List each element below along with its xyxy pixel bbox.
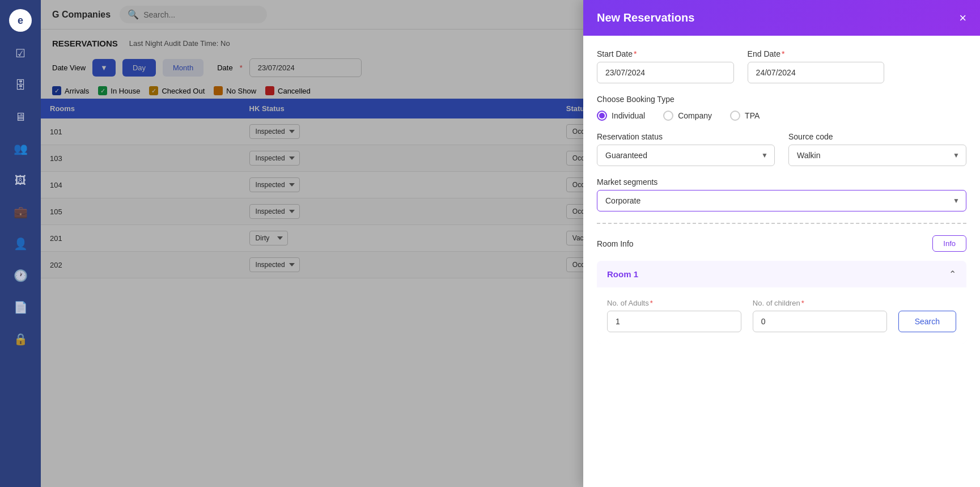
adults-field: No. of Adults* bbox=[607, 299, 741, 332]
sidebar: e ☑ 🗄 🖥 👥 🖼 💼 👤 🕐 📄 🔒 bbox=[0, 0, 41, 487]
modal-header: New Reservations × bbox=[583, 0, 980, 36]
start-date-group: Start Date* bbox=[597, 49, 734, 83]
room-card-title: Room 1 bbox=[607, 269, 638, 279]
info-button[interactable]: Info bbox=[932, 235, 966, 252]
radio-company[interactable]: Company bbox=[663, 111, 712, 121]
reservation-status-group: Reservation status Guaranteed Tentative … bbox=[597, 132, 775, 166]
radio-individual-circle bbox=[597, 111, 607, 121]
modal-title: New Reservations bbox=[597, 11, 694, 24]
radio-individual[interactable]: Individual bbox=[597, 111, 645, 121]
sidebar-icon-image[interactable]: 🖼 bbox=[10, 170, 31, 190]
booking-type-radio-group: Individual Company TPA bbox=[597, 111, 966, 121]
market-segments-label: Market segments bbox=[597, 177, 966, 187]
end-date-label: End Date* bbox=[748, 49, 885, 58]
booking-type-label: Choose Booking Type bbox=[597, 95, 966, 104]
new-reservations-modal: New Reservations × Start Date* End Date*… bbox=[583, 0, 980, 487]
source-code-select[interactable]: Walkin Online Phone bbox=[788, 145, 966, 166]
sidebar-icon-user[interactable]: 👤 bbox=[10, 234, 31, 254]
room-card: Room 1 No. of Adults* No. of children* bbox=[597, 261, 966, 344]
market-segments-wrap: Corporate Leisure Government ▼ bbox=[597, 190, 966, 211]
sidebar-icon-lock[interactable]: 🔒 bbox=[10, 329, 31, 349]
adults-input[interactable] bbox=[607, 311, 741, 332]
chevron-up-icon[interactable] bbox=[949, 269, 956, 280]
adults-children-row: No. of Adults* No. of children* Search bbox=[607, 299, 956, 332]
reservation-status-wrap: Guaranteed Tentative Waitlisted ▼ bbox=[597, 145, 775, 166]
adults-label: No. of Adults* bbox=[607, 299, 741, 307]
sidebar-icon-monitor[interactable]: 🖥 bbox=[10, 107, 31, 127]
sidebar-icon-clock[interactable]: 🕐 bbox=[10, 265, 31, 286]
radio-tpa-label: TPA bbox=[745, 111, 760, 120]
reservation-status-label: Reservation status bbox=[597, 132, 775, 141]
modal-body: Start Date* End Date* Choose Booking Typ… bbox=[583, 36, 980, 487]
start-date-label: Start Date* bbox=[597, 49, 734, 58]
source-code-label: Source code bbox=[788, 132, 966, 141]
source-code-wrap: Walkin Online Phone ▼ bbox=[788, 145, 966, 166]
room-card-header: Room 1 bbox=[597, 261, 966, 287]
sidebar-icon-users[interactable]: 👥 bbox=[10, 138, 31, 159]
market-segments-select[interactable]: Corporate Leisure Government bbox=[597, 190, 966, 211]
sidebar-icon-briefcase[interactable]: 💼 bbox=[10, 202, 31, 222]
sidebar-logo: e bbox=[9, 9, 32, 32]
children-field: No. of children* bbox=[753, 299, 887, 332]
children-input[interactable] bbox=[753, 311, 887, 332]
radio-tpa-circle bbox=[730, 111, 740, 121]
radio-tpa[interactable]: TPA bbox=[730, 111, 760, 121]
radio-individual-label: Individual bbox=[612, 111, 645, 120]
status-source-row: Reservation status Guaranteed Tentative … bbox=[597, 132, 966, 166]
end-date-input[interactable] bbox=[748, 62, 885, 83]
room-card-body: No. of Adults* No. of children* Search bbox=[597, 287, 966, 344]
room-info-header: Room Info Info bbox=[597, 235, 966, 252]
reservation-status-select[interactable]: Guaranteed Tentative Waitlisted bbox=[597, 145, 775, 166]
booking-type-section: Choose Booking Type Individual Company T… bbox=[597, 95, 966, 121]
start-date-input[interactable] bbox=[597, 62, 734, 83]
radio-company-circle bbox=[663, 111, 673, 121]
children-label: No. of children* bbox=[753, 299, 887, 307]
end-date-group: End Date* bbox=[748, 49, 885, 83]
search-button[interactable]: Search bbox=[898, 311, 956, 332]
modal-close-button[interactable]: × bbox=[959, 12, 966, 24]
date-row: Start Date* End Date* bbox=[597, 49, 966, 83]
radio-company-label: Company bbox=[678, 111, 712, 120]
sidebar-icon-file[interactable]: 📄 bbox=[10, 297, 31, 317]
section-divider bbox=[597, 223, 966, 224]
source-code-group: Source code Walkin Online Phone ▼ bbox=[788, 132, 966, 166]
market-segments-group: Market segments Corporate Leisure Govern… bbox=[597, 177, 966, 211]
room-info-title: Room Info bbox=[597, 239, 634, 248]
sidebar-icon-check[interactable]: ☑ bbox=[10, 43, 31, 63]
sidebar-icon-database[interactable]: 🗄 bbox=[10, 75, 31, 95]
